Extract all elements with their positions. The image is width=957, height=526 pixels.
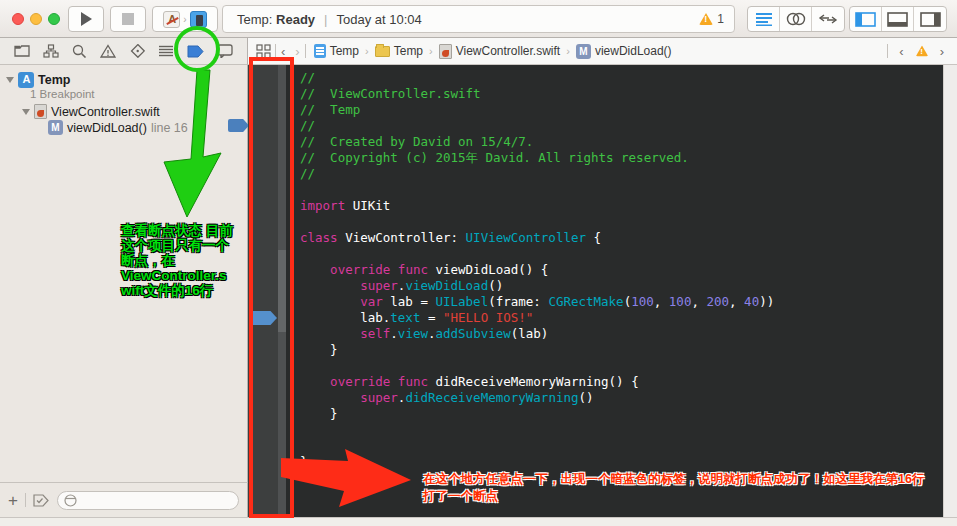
code-line [300, 246, 774, 262]
breadcrumb-separator: › [425, 45, 437, 57]
breadcrumb-method[interactable]: M viewDidLoad() [574, 44, 674, 59]
editor-mode-group [747, 6, 845, 32]
minimize-window-button[interactable] [30, 13, 42, 25]
code-line: // [300, 166, 774, 182]
disclosure-triangle-icon[interactable] [6, 77, 14, 83]
play-icon [81, 12, 92, 26]
divider [887, 44, 888, 58]
chevron-right-icon: › [183, 14, 186, 25]
code-line: lab.text = "HELLO IOS!" [300, 310, 774, 326]
project-name-label: Temp [38, 73, 70, 87]
close-window-button[interactable] [12, 13, 24, 25]
standard-editor-button[interactable] [748, 7, 780, 31]
code-line: override func didReceiveMemoryWarning() … [300, 374, 774, 390]
red-note-text: 在这个地方任意点一下，出现一个暗蓝色的标签，说明就打断点成功了！如这里我在第16… [423, 471, 935, 505]
code-line: import UIKit [300, 198, 774, 214]
line-number-label: line 16 [151, 121, 188, 135]
next-issue-button[interactable]: › [935, 44, 949, 59]
divider [305, 44, 306, 58]
warning-icon [699, 13, 713, 25]
toggle-utilities-button[interactable] [914, 7, 946, 31]
add-breakpoint-button[interactable]: + [8, 492, 18, 509]
code-line: } [300, 406, 774, 422]
debug-panel-icon [887, 12, 908, 27]
code-line: override func viewDidLoad() { [300, 262, 774, 278]
folder-icon [375, 46, 390, 57]
code-line: } [300, 454, 774, 470]
tree-item-breakpoint[interactable]: M viewDidLoad() line 16 [48, 120, 188, 135]
previous-issue-button[interactable]: ‹ [894, 44, 908, 59]
version-editor-button[interactable] [812, 7, 844, 31]
code-line [300, 214, 774, 230]
warning-icon [915, 46, 928, 57]
debug-navigator-icon[interactable] [158, 44, 174, 58]
code-line: // ViewController.swift [300, 86, 774, 102]
code-line [300, 182, 774, 198]
toolbar: › Temp: Ready | Today at 10:04 1 [0, 0, 957, 38]
project-file-icon [18, 72, 34, 88]
jump-bar: ‹ › Temp › Temp › ViewController.swift ›… [248, 38, 957, 65]
code-line: super.didReceiveMemoryWarning() [300, 390, 774, 406]
build-time-label: Today at 10:04 [336, 12, 421, 27]
tree-item-file[interactable]: ViewController.swift [22, 104, 160, 119]
code-line: // [300, 70, 774, 86]
warning-count-label: 1 [717, 12, 724, 26]
breadcrumb-group[interactable]: Temp [373, 44, 425, 58]
divider [25, 493, 26, 507]
tree-item-project[interactable]: Temp [6, 72, 70, 88]
toggle-debug-area-button[interactable] [882, 7, 914, 31]
project-doc-icon [314, 44, 326, 58]
code-line: } [300, 342, 774, 358]
utilities-panel-icon [920, 12, 941, 27]
zoom-window-button[interactable] [48, 13, 60, 25]
project-subtitle: 1 Breakpoint [30, 88, 95, 100]
green-note-text: 查看断点状态 目前 这个项目只有一个 断点，在 ViewController.s… [121, 223, 251, 298]
method-name-label: viewDidLoad() [67, 121, 147, 135]
test-navigator-icon[interactable] [130, 44, 145, 58]
red-rectangle-annotation [249, 57, 294, 518]
code-line: super.viewDidLoad() [300, 278, 774, 294]
navigator-filter-bar: + [0, 482, 248, 517]
method-badge-icon: M [48, 120, 63, 135]
filter-scope-icon [64, 494, 77, 507]
toggle-navigator-button[interactable] [850, 7, 882, 31]
code-line: // Created by David on 15/4/7. [300, 134, 774, 150]
run-button[interactable] [68, 6, 104, 32]
breadcrumb-separator: › [562, 45, 574, 57]
standard-editor-icon [755, 12, 773, 26]
code-line: var lab = UILabel(frame: CGRectMake(100,… [300, 294, 774, 310]
version-editor-icon [818, 12, 838, 26]
find-navigator-icon[interactable] [72, 44, 87, 58]
assistant-editor-button[interactable] [780, 7, 812, 31]
project-navigator-icon[interactable] [14, 44, 30, 58]
code-line [300, 358, 774, 374]
breadcrumb-separator: › [361, 45, 373, 57]
code-lines: //// ViewController.swift// Temp//// Cre… [300, 70, 774, 470]
stop-button[interactable] [110, 6, 146, 32]
status-divider: | [324, 12, 327, 27]
code-line [300, 438, 774, 454]
issue-count[interactable]: 1 [699, 12, 724, 26]
filter-breakpoints-icon[interactable] [33, 494, 50, 507]
issue-navigator-icon[interactable] [100, 44, 116, 58]
breadcrumb-file[interactable]: ViewController.swift [437, 44, 562, 59]
scheme-status-label: Temp: Ready [237, 12, 315, 27]
stop-icon [122, 13, 134, 25]
xcode-scheme-icon [163, 11, 180, 28]
disclosure-triangle-icon[interactable] [22, 109, 30, 115]
code-line: class ViewController: UIViewController { [300, 230, 774, 246]
green-circle-annotation [174, 26, 220, 72]
activity-viewer: Temp: Ready | Today at 10:04 1 [222, 5, 735, 33]
code-line: // [300, 118, 774, 134]
navigator-panel-icon [855, 12, 876, 27]
code-line [300, 422, 774, 438]
swift-file-icon [439, 44, 452, 59]
window-bottom-bar [0, 517, 957, 526]
editor-scrollbar-track[interactable] [943, 65, 957, 517]
symbol-navigator-icon[interactable] [43, 44, 59, 58]
assistant-editor-icon [786, 12, 806, 26]
destination-device-icon [190, 11, 207, 28]
method-badge-icon: M [576, 44, 591, 59]
filter-field[interactable] [57, 491, 239, 510]
breadcrumb-project[interactable]: Temp [312, 44, 361, 58]
